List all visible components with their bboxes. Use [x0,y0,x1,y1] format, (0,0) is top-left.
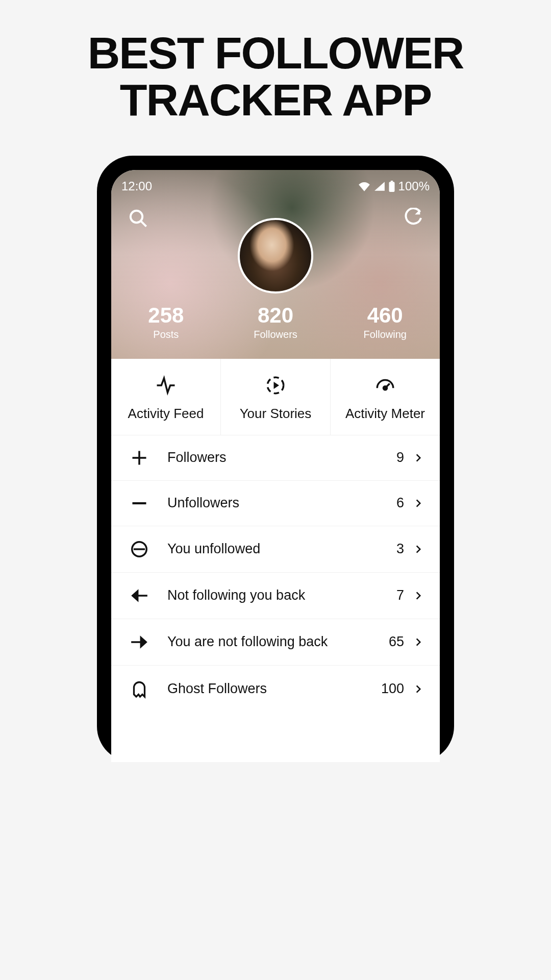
stat-following[interactable]: 460 Following [330,303,440,340]
stat-followers-label: Followers [221,329,331,340]
stat-posts-value: 258 [111,303,221,328]
hero-line-1: BEST FOLLOWER [88,28,464,78]
minus-icon [126,494,153,512]
row-unfollowers-label: Unfollowers [153,495,396,511]
row-you-not-following-back-label: You are not following back [153,634,389,650]
chevron-right-icon [411,544,425,554]
row-followers-count: 9 [396,450,411,465]
ghost-icon [126,679,153,699]
wifi-icon [358,181,371,191]
hero-title: BEST FOLLOWER TRACKER APP [0,0,551,124]
svg-marker-14 [131,589,138,602]
row-unfollowers[interactable]: Unfollowers 6 [111,481,440,526]
svg-marker-16 [140,635,147,648]
phone-frame: 12:00 100% 258 [97,156,454,762]
row-unfollowers-count: 6 [396,495,411,511]
row-followers-label: Followers [153,450,396,465]
battery-percent: 100% [398,179,430,193]
arrow-right-icon [126,632,153,652]
plus-icon [126,449,153,467]
stat-posts[interactable]: 258 Posts [111,303,221,340]
svg-line-3 [141,221,146,226]
svg-rect-1 [389,182,394,192]
activity-meter-icon [336,374,435,397]
phone-screen: 12:00 100% 258 [111,170,440,762]
avatar[interactable] [238,218,313,293]
status-time: 12:00 [121,179,152,193]
profile-header: 12:00 100% 258 [111,170,440,359]
stat-posts-label: Posts [111,329,221,340]
chevron-right-icon [411,453,425,463]
search-icon [128,208,148,228]
row-not-following-you-back-label: Not following you back [153,587,396,603]
metrics-list: Followers 9 Unfollowers 6 [111,435,440,713]
row-you-unfollowed[interactable]: You unfollowed 3 [111,526,440,573]
chevron-right-icon [411,637,425,647]
tabs: Activity Feed Your Stories Activity Mete… [111,359,440,435]
row-you-not-following-back-count: 65 [389,634,411,650]
stat-following-label: Following [330,329,440,340]
row-ghost-followers[interactable]: Ghost Followers 100 [111,666,440,713]
row-you-unfollowed-count: 3 [396,541,411,557]
arrow-left-icon [126,586,153,605]
status-bar: 12:00 100% [111,179,440,193]
tab-activity-meter-label: Activity Meter [336,406,435,422]
chevron-right-icon [411,591,425,601]
stat-followers[interactable]: 820 Followers [221,303,331,340]
tab-your-stories[interactable]: Your Stories [221,359,331,435]
chevron-right-icon [411,684,425,694]
svg-rect-0 [390,181,392,182]
profile-stats: 258 Posts 820 Followers 460 Following [111,303,440,340]
refresh-button[interactable] [400,205,427,231]
row-ghost-followers-label: Ghost Followers [153,681,381,697]
cell-signal-icon [374,181,385,191]
battery-icon [388,181,395,192]
search-button[interactable] [124,205,151,231]
stat-following-value: 460 [330,303,440,328]
refresh-icon [403,208,423,228]
row-not-following-you-back-count: 7 [396,587,411,603]
row-you-unfollowed-label: You unfollowed [153,541,396,557]
stat-followers-value: 820 [221,303,331,328]
row-ghost-followers-count: 100 [381,681,411,697]
row-not-following-you-back[interactable]: Not following you back 7 [111,573,440,619]
activity-feed-icon [116,374,215,397]
chevron-right-icon [411,498,425,508]
status-right: 100% [358,179,430,193]
hero-line-2: TRACKER APP [120,75,431,125]
circle-minus-icon [126,540,153,559]
svg-point-2 [131,211,142,223]
your-stories-icon [226,374,325,397]
row-you-not-following-back[interactable]: You are not following back 65 [111,619,440,666]
tab-activity-meter[interactable]: Activity Meter [331,359,440,435]
tab-your-stories-label: Your Stories [226,406,325,422]
svg-marker-5 [274,382,280,389]
tab-activity-feed[interactable]: Activity Feed [111,359,221,435]
row-followers[interactable]: Followers 9 [111,435,440,481]
tab-activity-feed-label: Activity Feed [116,406,215,422]
